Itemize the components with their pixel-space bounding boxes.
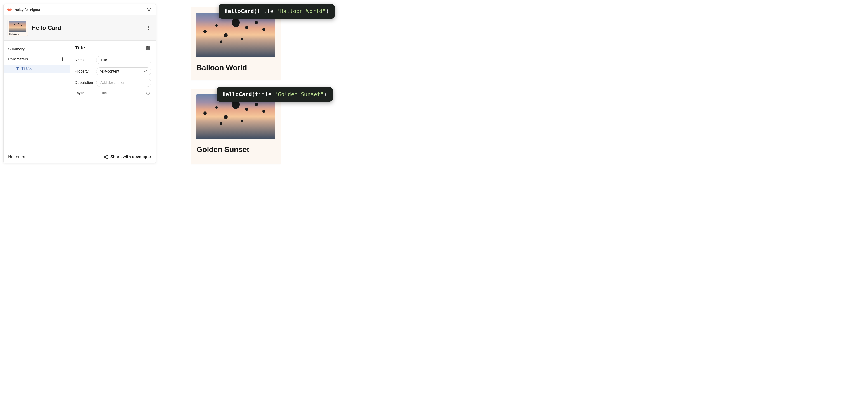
error-status: No errors [8,155,103,159]
component-thumbnail: Hello World [8,20,28,36]
text-type-icon: T [16,67,19,71]
layer-label: Layer [75,91,92,95]
code-fn: HelloCard [222,91,252,98]
code-fn: HelloCard [224,8,254,14]
panel-footer: No errors Share with developer [4,151,156,163]
component-header: Hello World Hello Card [4,15,156,41]
sidebar-summary[interactable]: Summary [4,45,70,54]
property-label: Property [75,69,92,73]
parameters-label: Parameters [8,57,59,61]
detail-header: Title [75,45,151,51]
share-with-developer-button[interactable]: Share with developer [103,155,151,159]
svg-point-3 [148,27,149,28]
kebab-icon [148,26,149,30]
sidebar-param-title[interactable]: T Title [4,65,70,72]
svg-point-1 [9,8,11,11]
property-select[interactable]: text-content [96,67,151,75]
relay-plugin-panel: Relay for Figma Hello World Hello Card S… [3,4,156,163]
description-input[interactable] [96,78,151,87]
summary-label: Summary [8,47,66,52]
description-row: Description [75,78,151,87]
crosshair-icon [146,91,150,95]
panel-titlebar: Relay for Figma [4,4,156,15]
card-image [196,13,275,57]
plugin-title: Relay for Figma [14,8,40,11]
thumbnail-caption: Hello World [9,33,26,35]
code-str: "Golden Sunset" [275,91,324,98]
close-icon [147,8,151,11]
plus-icon [61,57,64,61]
code-str: "Balloon World" [277,8,326,14]
thumbnail-image [9,21,26,32]
share-label: Share with developer [110,155,151,159]
detail-pane: Title Name Property text-content [70,41,156,151]
name-label: Name [75,58,92,62]
sidebar-parameters[interactable]: Parameters [4,54,70,65]
trash-icon [146,45,150,50]
add-parameter-button[interactable] [59,56,66,62]
sidebar: Summary Parameters T Title [4,41,70,151]
code-snippet-1: HelloCard(title="Balloon World") [219,4,335,19]
param-label: Title [22,66,32,71]
card-caption: Balloon World [196,63,275,72]
property-row: Property text-content [75,67,151,75]
svg-point-4 [148,29,149,30]
code-snippet-2: HelloCard(title="Golden Sunset") [217,87,333,102]
chevron-down-icon [144,70,147,72]
component-name: Hello Card [32,24,145,31]
code-arg: title [255,91,272,98]
svg-point-7 [106,155,107,156]
component-menu-button[interactable] [145,25,152,31]
locate-layer-button[interactable] [145,90,151,96]
property-value: text-content [100,69,119,73]
layer-row: Layer Title [75,90,151,96]
relay-logo-icon [7,8,12,11]
svg-point-8 [106,158,107,159]
close-button[interactable] [146,6,152,13]
name-row: Name [75,56,151,64]
detail-heading: Title [75,45,145,51]
card-caption: Golden Sunset [196,145,275,154]
svg-point-2 [148,26,149,27]
delete-parameter-button[interactable] [145,45,151,51]
name-input[interactable] [96,56,151,64]
svg-point-5 [147,92,149,94]
code-arg: title [257,8,274,14]
panel-body: Summary Parameters T Title Title [4,41,156,151]
svg-point-6 [104,156,105,157]
share-icon [103,155,108,159]
connector-bracket [173,29,182,136]
description-label: Description [75,81,92,85]
layer-value: Title [96,91,107,95]
